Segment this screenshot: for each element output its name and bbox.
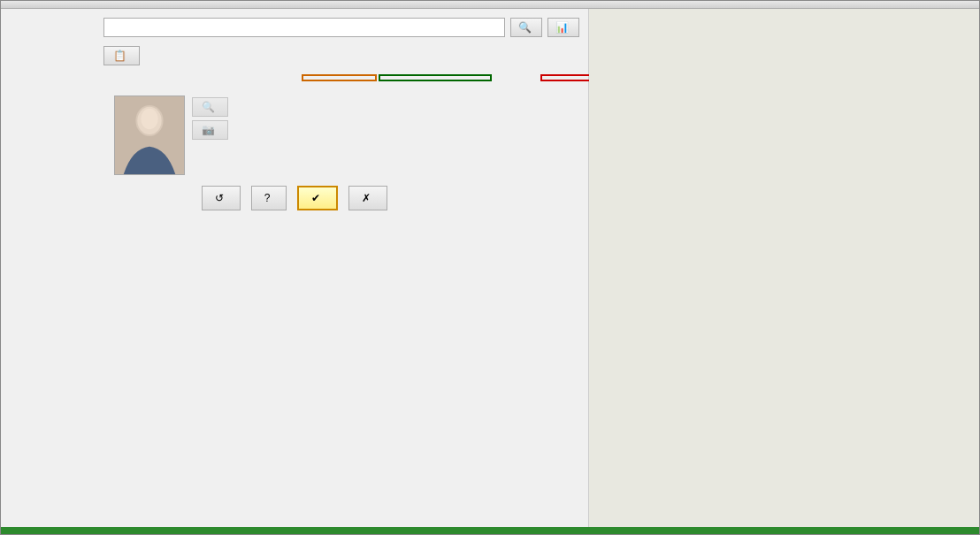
cancel-icon: ✗ (362, 192, 371, 204)
batch-icon: 📋 (113, 50, 126, 62)
column-headers (10, 74, 579, 81)
footer (1, 527, 979, 534)
reset-icon: ↺ (215, 192, 224, 204)
batch-row: 📋 (10, 44, 579, 67)
svg-point-3 (141, 109, 158, 129)
right-panel (589, 9, 979, 527)
title-bar (1, 1, 979, 9)
bottom-buttons: ↺ ? ✔ ✗ (10, 180, 579, 214)
view-icon: 📊 (555, 21, 569, 34)
photo-browse-button[interactable]: 🔍 (192, 97, 228, 117)
ok-icon: ✔ (311, 192, 320, 204)
main-window: 🔍 📊 📋 (0, 0, 980, 535)
photo-camera-icon: 📷 (202, 124, 215, 136)
photo-camera-button[interactable]: 📷 (192, 120, 228, 140)
browse-button[interactable]: 🔍 (510, 18, 542, 37)
datasource-header (302, 74, 377, 81)
left-panel: 🔍 📊 📋 (1, 9, 589, 527)
help-button[interactable]: ? (251, 186, 287, 210)
photo-row: 🔍 📷 (10, 96, 579, 175)
photo-content: 🔍 📷 (114, 96, 228, 175)
file-path-input[interactable] (103, 18, 505, 37)
photo-label (10, 96, 107, 99)
help-icon: ? (264, 192, 271, 204)
photo-box (114, 96, 185, 175)
photo-browse-icon: 🔍 (202, 101, 215, 113)
ok-button[interactable]: ✔ (297, 186, 338, 210)
content-area: 🔍 📊 📋 (1, 9, 979, 527)
series-header (379, 74, 492, 81)
load-excel-label (10, 21, 98, 34)
browse-icon: 🔍 (518, 21, 532, 34)
photo-buttons: 🔍 📷 (192, 96, 228, 140)
load-excel-row: 🔍 📊 (10, 16, 579, 39)
view-excel-button[interactable]: 📊 (547, 18, 579, 37)
batch-processing-button[interactable]: 📋 (103, 46, 140, 65)
cancel-button[interactable]: ✗ (348, 186, 387, 210)
batch-label (10, 50, 98, 62)
reset-button[interactable]: ↺ (202, 186, 241, 210)
